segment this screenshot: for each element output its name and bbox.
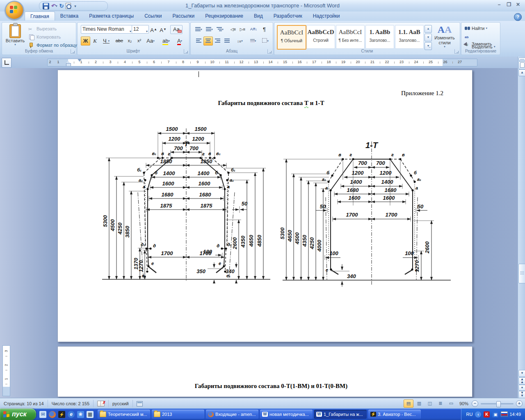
messenger-icon[interactable]: ❀ [77, 411, 84, 418]
language-indicator[interactable]: русский [109, 400, 132, 407]
style-heading2[interactable]: 1.1. AaB Заголово... [395, 25, 424, 49]
office-button[interactable] [5, 1, 24, 20]
view-web-layout-button[interactable]: ◫ [425, 399, 435, 408]
clock[interactable]: 14:49 [509, 412, 521, 417]
taskbar-button-word-method[interactable]: Wновая методичка... [260, 410, 313, 419]
document-page-11[interactable]: Габариты подвижного состава 0-Т(1-ВМ) и … [57, 346, 472, 397]
font-dialog-launcher[interactable] [184, 49, 188, 54]
taskbar-button-folder-2013[interactable]: 2013 [152, 410, 204, 419]
subscript-button[interactable]: x₂ [125, 37, 135, 46]
paragraph-dialog-launcher[interactable] [267, 49, 272, 54]
strikethrough-button[interactable]: abe [114, 37, 125, 46]
vertical-scrollbar[interactable]: ▲ ▼ ▲▲ ● ▼▼ [518, 57, 525, 398]
multilevel-list-button[interactable]: ▾ [215, 25, 225, 34]
show-marks-button[interactable]: ¶ [260, 25, 269, 34]
zoom-slider-thumb[interactable] [496, 401, 501, 407]
language-bar[interactable]: RU [466, 412, 473, 417]
style-no-spacing[interactable]: AaBbCcI ¶ Без инте... [336, 25, 365, 49]
tab-addins[interactable]: Надстройки [308, 11, 345, 20]
view-outline-button[interactable]: ≣ [436, 399, 445, 408]
show-desktop-icon[interactable]: ▦ [87, 411, 94, 418]
view-print-layout-button[interactable]: ▤ [404, 399, 413, 408]
shrink-font-button[interactable]: А▼ [158, 25, 168, 34]
print-preview-icon[interactable] [66, 3, 71, 9]
font-color-button[interactable]: А▾ [173, 37, 186, 46]
numbering-button[interactable]: ▾ [205, 25, 214, 34]
justify-button[interactable] [222, 37, 232, 46]
style-strict[interactable]: AaBbCcD Строгий [306, 25, 335, 49]
format-painter-button[interactable]: Формат по образцу [27, 41, 77, 49]
font-size-combo[interactable]: 12▾ [132, 25, 149, 34]
ruler-toggle-button[interactable] [518, 61, 525, 69]
change-case-button[interactable]: Aa▾ [144, 37, 157, 46]
grow-font-button[interactable]: А▲ [149, 25, 158, 34]
tab-insert[interactable]: Вставка [55, 11, 84, 20]
zoom-in-button[interactable]: + [516, 400, 523, 407]
italic-button[interactable]: К [90, 37, 100, 46]
taskbar-button-word-gabarity[interactable]: W1_Габариты на ж... [314, 410, 367, 419]
view-fullscreen-button[interactable]: ▥ [414, 399, 424, 408]
restore-button[interactable]: ❐ [504, 2, 514, 8]
clipboard-dialog-launcher[interactable] [71, 49, 75, 54]
replace-button[interactable]: abac Заменить [465, 34, 492, 41]
bullets-button[interactable]: ▾ [194, 25, 203, 34]
style-heading1[interactable]: 1. AaBb Заголово... [365, 25, 394, 49]
horizontal-ruler[interactable]: 2112345678910111213141516171819202122232… [47, 59, 477, 66]
previous-page-button[interactable]: ▲▲ [518, 377, 525, 385]
document-page-10[interactable]: Приложение 1.2 Габариты подвижного соста… [57, 70, 472, 342]
bold-button[interactable]: Ж [81, 37, 90, 46]
winamp-icon[interactable]: ⚡ [58, 411, 65, 418]
styles-gallery-scroll[interactable]: ▲ ▼ ▼̲ [425, 25, 430, 50]
tab-view[interactable]: Вид [249, 11, 268, 20]
customize-qat-icon[interactable]: ▾ [74, 4, 76, 8]
scroll-up-button[interactable]: ▲ [518, 69, 525, 76]
scrollbar-thumb[interactable] [518, 264, 525, 283]
select-browse-object-button[interactable]: ● [518, 385, 525, 391]
paste-button[interactable]: Вставить▾ [5, 24, 26, 46]
tab-developer[interactable]: Разработчик [268, 11, 308, 20]
save-icon[interactable] [43, 3, 49, 9]
shading-button[interactable]: ▾ [247, 37, 259, 46]
network-icon[interactable]: ▣ [492, 411, 498, 418]
borders-button[interactable]: ▾ [260, 37, 271, 46]
line-spacing-button[interactable]: ↕≡▾ [234, 37, 246, 46]
align-right-button[interactable] [213, 37, 222, 46]
align-center-button[interactable] [203, 37, 213, 46]
taskbar-button-winamp-aviator[interactable]: ⚡3. Авиатор - Вес... [368, 410, 421, 419]
page-indicator[interactable]: Страница: 10 из 14 [0, 400, 48, 407]
scroll-down-button[interactable]: ▼ [518, 370, 525, 377]
style-normal[interactable]: AaBbCcI ¶ Обычный [277, 25, 306, 50]
tab-references[interactable]: Ссылки [139, 11, 167, 20]
sort-button[interactable]: АЯ↓ [249, 25, 258, 34]
outlook-express-icon[interactable]: ✉ [39, 411, 46, 418]
spellcheck-status[interactable] [94, 400, 109, 407]
close-button[interactable]: ✕ [514, 2, 523, 8]
firefox-icon[interactable] [49, 411, 56, 418]
zoom-level[interactable]: 90% [457, 401, 471, 406]
kaspersky-icon[interactable]: K [484, 411, 490, 418]
view-draft-button[interactable]: ▭ [446, 399, 456, 408]
tab-review[interactable]: Рецензирование [200, 11, 249, 20]
styles-dialog-launcher[interactable] [454, 49, 459, 54]
redo-icon[interactable]: ↻ [59, 3, 64, 9]
highlight-button[interactable]: ab▾ [160, 37, 173, 46]
word-count[interactable]: Число слов: 2 155 [48, 400, 94, 407]
tab-page-layout[interactable]: Разметка страницы [84, 11, 139, 20]
clear-formatting-button[interactable]: Aa [170, 25, 183, 34]
undo-icon[interactable]: ↶▾ [51, 3, 57, 9]
tab-home[interactable]: Главная [25, 11, 55, 21]
cut-button[interactable]: ✂ Вырезать [27, 25, 57, 32]
font-family-combo[interactable]: Times New Roman▾ [81, 25, 132, 34]
russian-flag-icon[interactable] [501, 411, 507, 418]
next-page-button[interactable]: ▼▼ [518, 391, 525, 398]
minimize-button[interactable]: – [495, 2, 504, 8]
decrease-indent-button[interactable]: ◁≡ [228, 25, 238, 34]
underline-button[interactable]: Ч ▾ [100, 37, 113, 46]
internet-explorer-icon[interactable]: e [68, 411, 75, 418]
increase-indent-button[interactable]: ▷≡ [238, 25, 247, 34]
start-button[interactable]: пуск [0, 409, 36, 420]
tab-mailings[interactable]: Рассылки [167, 11, 200, 20]
taskbar-button-firefox-inbox[interactable]: Входящие - amen... [206, 410, 258, 419]
align-left-button[interactable] [194, 37, 203, 46]
taskbar-button-folder-theory[interactable]: Теоретический м... [98, 410, 150, 419]
